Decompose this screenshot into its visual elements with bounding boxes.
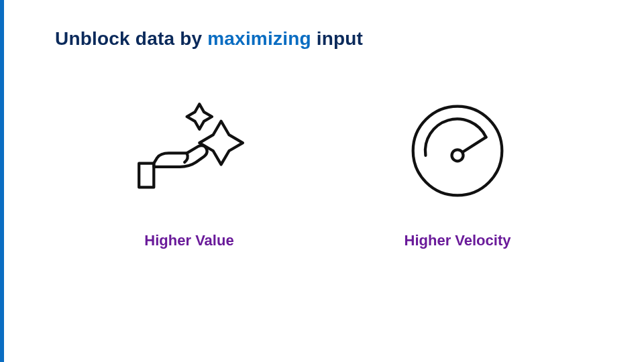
- card-higher-velocity: Higher Velocity: [350, 94, 565, 249]
- card-caption: Higher Velocity: [405, 232, 511, 249]
- svg-point-3: [452, 149, 464, 161]
- hand-sparkle-icon: [129, 94, 250, 208]
- card-caption: Higher Value: [144, 232, 233, 249]
- title-suffix: input: [311, 28, 363, 49]
- slide: Unblock data by maximizing input H: [0, 0, 644, 362]
- title-highlight: maximizing: [207, 28, 311, 49]
- title-prefix: Unblock data by: [55, 28, 207, 49]
- content-row: Higher Value Higher Velocity: [55, 94, 592, 249]
- svg-rect-0: [139, 164, 154, 188]
- card-higher-value: Higher Value: [82, 94, 297, 249]
- slide-title: Unblock data by maximizing input: [55, 28, 363, 50]
- accent-bar: [0, 0, 4, 362]
- gauge-icon: [397, 94, 518, 208]
